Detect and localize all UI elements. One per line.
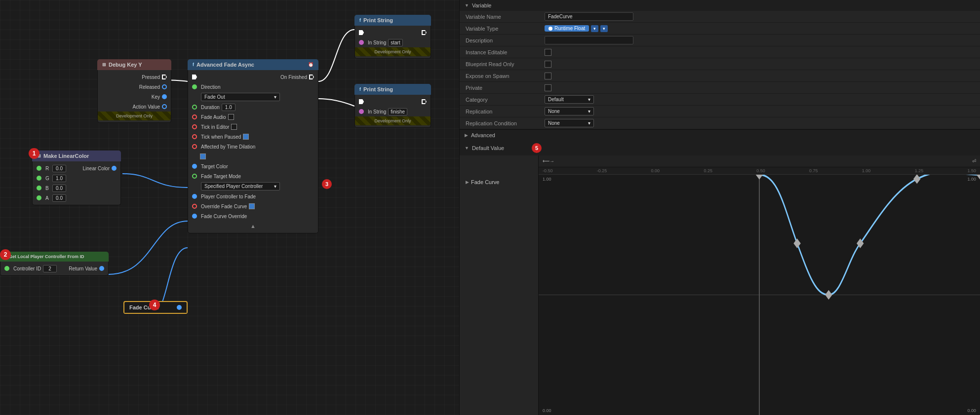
variable-collapse-icon: ▼ [465, 3, 469, 8]
pin-print1-exec-out [422, 30, 427, 35]
timeline-ruler: ⟵→ ⏎ [539, 155, 980, 167]
row-a: A 0.0 [33, 193, 120, 203]
row-duration: Duration 1.0 [188, 102, 318, 112]
prop-description-value [545, 36, 974, 44]
row-player-ctrl: Player Controller to Fade [188, 191, 318, 201]
prop-variable-name-value [545, 12, 974, 21]
variable-type-badge[interactable]: Runtime Float [545, 25, 589, 32]
pin-fade-curve-override [192, 214, 197, 219]
node-print1-body: In String start Development Only [354, 26, 431, 59]
clock-icon: ⏰ [308, 62, 314, 67]
svg-rect-7 [977, 175, 980, 180]
fade-target-dropdown[interactable]: Specified Player Controller ▾ [201, 182, 280, 190]
pin-b [37, 186, 41, 190]
badge-5: 5 [532, 143, 542, 153]
badge-3: 3 [322, 179, 332, 189]
pin-r [37, 166, 41, 171]
checkbox-instance-editable[interactable] [545, 49, 551, 56]
node-get-player-controller: f Get Local Player Controller From ID Co… [0, 252, 109, 276]
node-linear-header: ⊞ Make LinearColor [32, 151, 121, 161]
dev-only-stripe-debug: Development Only [98, 112, 171, 120]
badge-4: 4 [149, 300, 160, 310]
print1-value[interactable]: start [388, 39, 402, 46]
badge-1: 1 [29, 148, 39, 159]
pin-action-out [162, 104, 167, 109]
print2-icon: f [359, 87, 361, 92]
prop-category: Category Default ▾ [460, 94, 980, 106]
checkbox-expose-spawn[interactable] [545, 73, 551, 79]
pin-print1-exec-in [359, 30, 364, 35]
pin-fade-target [192, 174, 197, 179]
row-ctrl-id: Controller ID 2 Return Value [0, 264, 108, 273]
curve-svg [539, 175, 980, 415]
fade-icon: f [193, 62, 194, 67]
replication-condition-chevron: ▾ [588, 120, 590, 126]
fade-curve-label-area: ▶ Fade Curve [460, 155, 539, 415]
checkbox-override-curve[interactable] [249, 203, 255, 209]
row-print1-exec [355, 28, 431, 38]
variable-name-input[interactable] [545, 12, 633, 21]
replication-condition-dropdown[interactable]: None ▾ [545, 119, 594, 127]
svg-rect-4 [825, 290, 832, 300]
y-max-label: 1.00 [967, 177, 976, 182]
y-min-label: 0.00 [967, 408, 976, 413]
node-fade-async: f Advanced Fade Async ⏰ On Finished Dire… [188, 59, 318, 233]
checkbox-private[interactable] [545, 84, 551, 91]
prop-replication-condition: Replication Condition None ▾ [460, 117, 980, 129]
variable-type-dropdown[interactable]: ▾ [591, 25, 598, 32]
print2-value[interactable]: finishe [388, 108, 407, 115]
pin-print2-exec-out [422, 99, 427, 104]
prop-blueprint-read-only: Blueprint Read Only [460, 58, 980, 70]
category-dropdown[interactable]: Default ▾ [545, 95, 594, 104]
row-direction-dropdown[interactable]: Fade Out ▾ [188, 92, 318, 102]
description-input[interactable] [545, 36, 633, 44]
row-tick-editor: Tick in Editor [188, 122, 318, 132]
default-value-body: ▶ Fade Curve ⟵→ ⏎ -0.50 -0.25 0.00 0.25 … [460, 155, 980, 415]
checkbox-blueprint-read-only[interactable] [545, 61, 551, 68]
row-tick-paused: Tick when Paused [188, 132, 318, 142]
node-print-string-1: f Print String In String start Developme… [354, 15, 431, 59]
checkbox-fade-audio[interactable] [228, 114, 234, 120]
row-time-dilation-check [188, 151, 318, 161]
pin-time-dilation [192, 144, 197, 149]
checkbox-time-dilation[interactable] [200, 153, 206, 159]
default-value-collapse-icon: ▼ [465, 146, 469, 151]
row-fade-target-label: Fade Target Mode [188, 171, 318, 181]
dev-only-stripe-print1: Development Only [355, 47, 431, 56]
pin-return-value [99, 266, 104, 271]
node-debug-key-header: ⊞ Debug Key Y [97, 59, 171, 70]
pin-direction [192, 84, 197, 89]
row-b: B 0.0 [33, 183, 120, 193]
prop-variable-type: Variable Type Runtime Float ▾ ▾ [460, 23, 980, 35]
row-direction: Direction [188, 82, 318, 92]
duration-value[interactable]: 1.0 [222, 104, 235, 111]
direction-dropdown[interactable]: Fade Out ▾ [201, 93, 280, 101]
pin-target-color [192, 164, 197, 169]
print1-icon: f [359, 18, 361, 23]
variable-type-extra-dropdown[interactable]: ▾ [600, 25, 608, 32]
pin-print2-instring [359, 109, 364, 114]
checkbox-tick-editor[interactable] [231, 124, 237, 130]
checkbox-tick-paused[interactable] [243, 134, 249, 140]
variable-section-header[interactable]: ▼ Variable [460, 0, 980, 11]
replication-dropdown[interactable]: None ▾ [545, 107, 594, 115]
node-print-string-2: f Print String In String finishe Develop… [354, 84, 431, 128]
dev-only-stripe-print2: Development Only [355, 116, 431, 125]
row-time-dilation: Affected by Time Dilation [188, 142, 318, 151]
pin-pressed-out [162, 75, 167, 79]
prop-replication-value: None ▾ [545, 107, 974, 115]
blueprint-canvas[interactable]: 1 2 4 ⊞ Debug Key Y Pressed Released Key [0, 0, 459, 415]
row-print2-string: In String finishe [355, 107, 431, 116]
pin-tick-paused [192, 134, 197, 139]
node-row-key: Key [98, 92, 171, 102]
chevron-down-icon: ▾ [274, 94, 276, 100]
advanced-section-header[interactable]: ▶ Advanced [460, 130, 980, 141]
variable-properties: Variable Name Variable Type Runtime Floa… [460, 11, 980, 130]
default-value-section-header[interactable]: ▼ Default Value 5 [460, 141, 980, 155]
row-collapse[interactable]: ▲ [188, 221, 318, 231]
prop-instance-editable: Instance Editable [460, 46, 980, 58]
node-row-action: Action Value [98, 102, 171, 112]
row-fade-target-dropdown[interactable]: Specified Player Controller ▾ 3 [188, 181, 318, 191]
pin-print2-exec-in [359, 99, 364, 104]
prop-expose-spawn-value [545, 73, 974, 79]
